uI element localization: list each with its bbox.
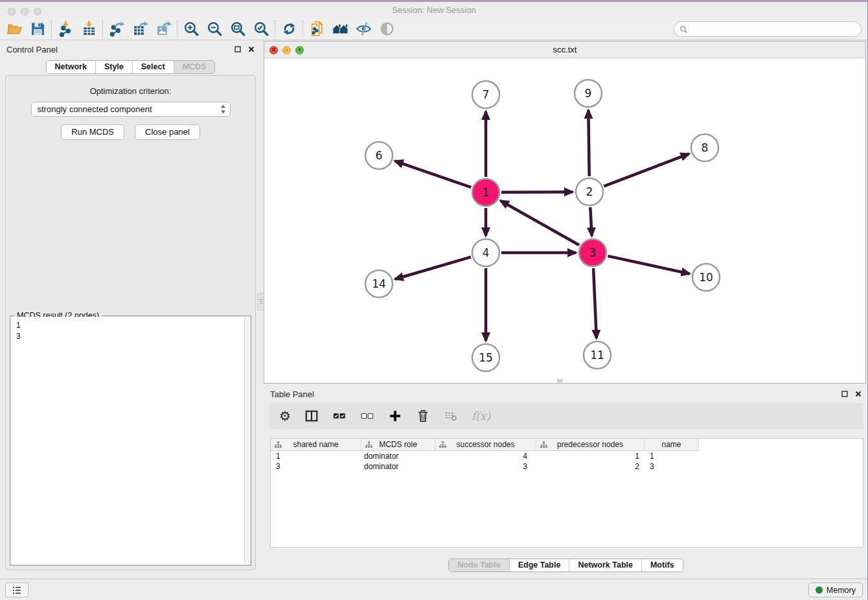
zoom-in-icon[interactable] bbox=[182, 20, 200, 38]
export-table-icon[interactable] bbox=[131, 20, 149, 38]
table-cell[interactable]: 1 bbox=[536, 451, 645, 461]
function-builder-icon-disabled: f(x) bbox=[472, 408, 490, 424]
column-header-name[interactable]: name bbox=[645, 439, 699, 451]
tab-network-table[interactable]: Network Table bbox=[569, 559, 642, 571]
list-icon bbox=[11, 584, 23, 596]
application-window: Session: New Session bbox=[0, 0, 868, 600]
network-zoom-button[interactable]: + bbox=[295, 46, 304, 54]
table-cell[interactable]: 3 bbox=[271, 461, 361, 472]
node-1[interactable]: 1 bbox=[472, 179, 499, 206]
float-table-panel-icon[interactable] bbox=[841, 391, 848, 397]
apply-layout-icon[interactable] bbox=[280, 20, 298, 38]
node-10[interactable]: 10 bbox=[692, 264, 720, 291]
tab-motifs[interactable]: Motifs bbox=[642, 559, 683, 571]
tab-select[interactable]: Select bbox=[133, 61, 174, 73]
table-panel-title: Table Panel bbox=[270, 389, 314, 399]
table-cell[interactable]: 1 bbox=[645, 451, 699, 461]
minimize-window-button[interactable] bbox=[21, 8, 29, 16]
run-mcds-button[interactable]: Run MCDS bbox=[61, 124, 124, 140]
open-session-icon[interactable] bbox=[5, 20, 23, 38]
add-column-icon[interactable] bbox=[388, 408, 402, 424]
node-8[interactable]: 8 bbox=[691, 134, 718, 161]
table-cell[interactable]: 3 bbox=[435, 461, 536, 472]
edge-2-9[interactable] bbox=[588, 110, 589, 176]
network-canvas[interactable]: 7968124314101511 bbox=[264, 58, 865, 383]
table-cell[interactable]: dominator bbox=[361, 451, 435, 461]
horizontal-splitter-handle[interactable] bbox=[557, 379, 562, 382]
show-columns-icon[interactable] bbox=[304, 408, 319, 424]
zoom-out-icon[interactable] bbox=[205, 20, 223, 38]
zoom-fit-icon[interactable] bbox=[229, 20, 247, 38]
hide-selected-eye-icon[interactable] bbox=[354, 20, 372, 38]
zoom-window-button[interactable] bbox=[34, 8, 41, 16]
delete-column-trash-icon[interactable] bbox=[416, 408, 430, 424]
search-input[interactable] bbox=[691, 23, 861, 35]
edge-3-1[interactable] bbox=[501, 201, 579, 245]
mcds-result-textarea[interactable]: 13 bbox=[11, 317, 250, 564]
table-cell[interactable]: 3 bbox=[645, 461, 699, 472]
toolbar-separator bbox=[177, 20, 177, 38]
close-table-panel-icon[interactable] bbox=[855, 391, 862, 397]
node-9[interactable]: 9 bbox=[575, 80, 602, 107]
tab-node-table[interactable]: Node Table bbox=[449, 559, 509, 571]
close-panel-icon[interactable] bbox=[248, 46, 255, 52]
column-header-successor-nodes[interactable]: successor nodes bbox=[435, 439, 536, 451]
export-image-icon[interactable] bbox=[154, 20, 172, 38]
tab-style[interactable]: Style bbox=[96, 61, 133, 73]
node-3[interactable]: 3 bbox=[579, 239, 606, 266]
tab-network[interactable]: Network bbox=[47, 61, 96, 73]
export-network-icon[interactable] bbox=[108, 20, 126, 38]
close-window-button[interactable] bbox=[8, 8, 16, 16]
edge-2-3[interactable] bbox=[590, 207, 591, 236]
network-traffic-lights: ✕ − + bbox=[269, 46, 304, 54]
select-all-columns-icon[interactable] bbox=[332, 408, 347, 424]
edge-2-8[interactable] bbox=[604, 154, 689, 186]
edge-3-11[interactable] bbox=[593, 268, 597, 338]
edge-1-6[interactable] bbox=[395, 161, 472, 187]
tab-edge-table[interactable]: Edge Table bbox=[510, 559, 570, 571]
node-15[interactable]: 15 bbox=[472, 344, 499, 371]
table-cell[interactable]: dominator bbox=[361, 461, 435, 472]
new-network-from-selection-icon[interactable] bbox=[308, 20, 326, 38]
zoom-selected-icon[interactable] bbox=[252, 20, 270, 38]
table-cell[interactable]: 4 bbox=[435, 451, 536, 461]
table-row[interactable]: 3dominator323 bbox=[271, 461, 863, 472]
node-7[interactable]: 7 bbox=[472, 81, 499, 108]
node-4[interactable]: 4 bbox=[472, 239, 499, 266]
tab-mcds[interactable]: MCDS bbox=[174, 61, 215, 73]
close-panel-button[interactable]: Close panel bbox=[135, 124, 200, 140]
node-11[interactable]: 11 bbox=[584, 341, 611, 369]
table-body: 1dominator4113dominator323 bbox=[271, 451, 863, 472]
search-field[interactable] bbox=[674, 21, 862, 37]
node-2[interactable]: 2 bbox=[576, 178, 603, 205]
node-table[interactable]: shared nameMCDS rolesuccessor nodesprede… bbox=[270, 438, 863, 548]
node-14[interactable]: 14 bbox=[365, 270, 393, 297]
import-network-icon[interactable] bbox=[56, 20, 74, 38]
criterion-select[interactable]: strongly connected component bbox=[31, 102, 231, 117]
column-header-shared-name[interactable]: shared name bbox=[271, 439, 361, 451]
table-settings-gear-icon[interactable]: ⚙ bbox=[279, 408, 291, 424]
column-header-predecessor-nodes[interactable]: predecessor nodes bbox=[536, 439, 645, 451]
float-panel-icon[interactable] bbox=[234, 46, 241, 52]
result-scrollbar[interactable] bbox=[244, 317, 250, 564]
edge-3-10[interactable] bbox=[608, 256, 689, 273]
network-minimize-button[interactable]: − bbox=[282, 46, 291, 54]
column-header-MCDS-role[interactable]: MCDS role bbox=[361, 439, 435, 451]
node-6[interactable]: 6 bbox=[365, 142, 393, 169]
network-close-button[interactable]: ✕ bbox=[269, 46, 278, 54]
memory-button[interactable]: Memory bbox=[808, 583, 863, 597]
deselect-all-columns-icon[interactable] bbox=[360, 408, 374, 424]
window-title: Session: New Session bbox=[392, 5, 475, 15]
table-cell[interactable]: 1 bbox=[271, 451, 361, 461]
svg-text:15: 15 bbox=[479, 351, 493, 364]
edge-1-2[interactable] bbox=[501, 192, 573, 192]
import-table-icon[interactable] bbox=[80, 20, 98, 38]
save-session-icon[interactable] bbox=[29, 20, 47, 38]
table-cell[interactable]: 2 bbox=[536, 461, 645, 472]
table-row[interactable]: 1dominator411 bbox=[271, 451, 863, 461]
first-neighbors-houses-icon[interactable] bbox=[331, 20, 349, 38]
network-title: scc.txt bbox=[553, 45, 577, 54]
main-traffic-lights bbox=[8, 8, 41, 16]
task-history-button[interactable] bbox=[5, 583, 29, 597]
edge-4-14[interactable] bbox=[395, 257, 471, 279]
